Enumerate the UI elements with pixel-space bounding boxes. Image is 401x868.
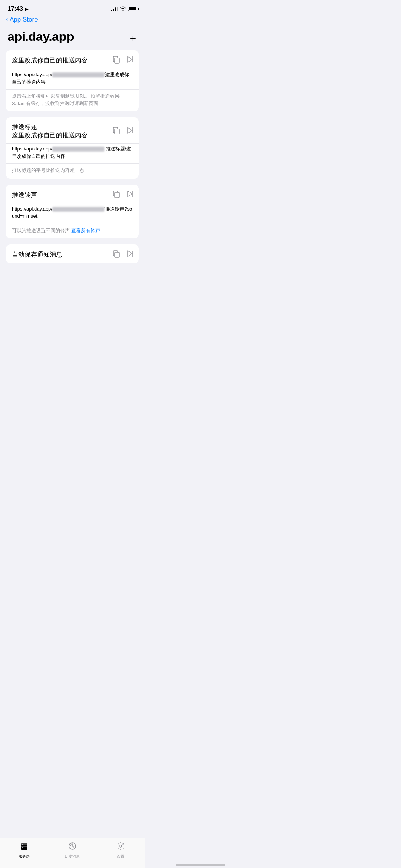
card-3-url-block: https://api.day.app/'推送铃声?sound=minuet — [6, 204, 139, 224]
cards-container: 这里改成你自己的推送内容 — [0, 50, 145, 271]
card-4-main-row: 自动保存通知消息 — [6, 244, 139, 263]
play-icon[interactable] — [126, 55, 133, 65]
card-2-url: https://api.day.app/ 推送标题/这里改成你自己的推送内容 — [12, 145, 133, 160]
play-icon-4[interactable] — [126, 250, 133, 260]
card-3-actions — [112, 190, 133, 200]
svg-rect-2 — [115, 129, 119, 134]
card-2-actions — [112, 126, 133, 136]
copy-icon[interactable] — [112, 55, 120, 65]
nav-back[interactable]: ‹ App Store — [0, 14, 145, 26]
blurred-token — [52, 72, 104, 77]
card-3-desc-prefix: 可以为推送设置不同的铃声 — [12, 228, 71, 233]
status-time: 17:43 — [7, 5, 23, 13]
blurred-token-3 — [52, 207, 104, 212]
blurred-token-2 — [52, 147, 104, 152]
copy-icon-3[interactable] — [112, 190, 120, 200]
back-chevron-icon: ‹ — [6, 16, 8, 23]
card-2-desc: 推送标题的字号比推送内容粗一点 — [6, 163, 139, 179]
card-1-desc-text: 点击右上角按钮可以复制测试 URL、预览推送效果Safari 有缓存，没收到推送… — [12, 92, 133, 107]
card-2-desc-text: 推送标题的字号比推送内容粗一点 — [12, 167, 133, 174]
main-content: 这里改成你自己的推送内容 — [0, 50, 145, 304]
card-1-url-block: https://api.day.app/'这里改成你自己的推送内容 — [6, 69, 139, 89]
card-3-desc: 可以为推送设置不同的铃声 查看所有铃声 — [6, 224, 139, 239]
card-4-label: 自动保存通知消息 — [12, 250, 112, 259]
play-icon-2[interactable] — [126, 126, 133, 136]
copy-icon-4[interactable] — [112, 250, 120, 260]
copy-icon-2[interactable] — [112, 126, 120, 136]
status-bar: 17:43 ▶ — [0, 0, 145, 14]
svg-rect-0 — [115, 58, 119, 63]
card-1-main-row: 这里改成你自己的推送内容 — [6, 50, 139, 69]
play-icon-3[interactable] — [126, 190, 133, 200]
card-3-label: 推送铃声 — [12, 191, 112, 199]
card-1-desc: 点击右上角按钮可以复制测试 URL、预览推送效果Safari 有缓存，没收到推送… — [6, 89, 139, 111]
add-button[interactable]: + — [128, 32, 137, 44]
card-1-actions — [112, 55, 133, 65]
card-auto-save: 自动保存通知消息 — [6, 244, 139, 263]
view-all-sounds-link[interactable]: 查看所有铃声 — [71, 228, 100, 233]
card-2-main-row: 推送标题 这里改成你自己的推送内容 — [6, 117, 139, 143]
card-1-url: https://api.day.app/'这里改成你自己的推送内容 — [12, 71, 133, 85]
card-3-main-row: 推送铃声 — [6, 185, 139, 204]
svg-rect-4 — [115, 192, 119, 198]
card-3-url: https://api.day.app/'推送铃声?sound=minuet — [12, 205, 133, 220]
page-title: api.day.app — [7, 29, 74, 44]
card-3-desc-text: 可以为推送设置不同的铃声 查看所有铃声 — [12, 227, 133, 234]
back-label: App Store — [10, 16, 38, 23]
card-2-label-line1: 推送标题 — [12, 123, 112, 131]
battery-icon — [128, 7, 137, 11]
signal-icon — [111, 7, 118, 11]
svg-rect-6 — [115, 252, 119, 257]
wifi-icon — [120, 6, 126, 12]
card-1-label: 这里改成你自己的推送内容 — [12, 56, 112, 65]
status-icons — [111, 6, 137, 12]
page-header: api.day.app + — [0, 26, 145, 50]
card-push-title: 推送标题 这里改成你自己的推送内容 — [6, 117, 139, 179]
card-push-sound: 推送铃声 — [6, 185, 139, 239]
card-2-label-line2: 这里改成你自己的推送内容 — [12, 131, 112, 140]
location-icon: ▶ — [25, 6, 29, 12]
card-2-url-block: https://api.day.app/ 推送标题/这里改成你自己的推送内容 — [6, 143, 139, 163]
card-4-actions — [112, 250, 133, 260]
card-basic-push: 这里改成你自己的推送内容 — [6, 50, 139, 111]
